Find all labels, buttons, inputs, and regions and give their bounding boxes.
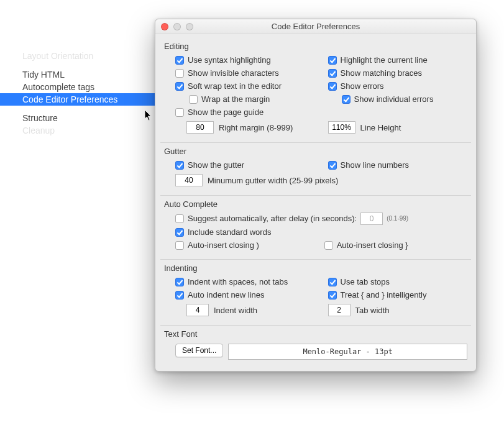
menu-item-autocomplete-tags[interactable]: Autocomplete tags <box>19 81 155 93</box>
gutter-width-input[interactable] <box>175 174 203 186</box>
menu-item-tidy-html[interactable]: Tidy HTML <box>19 68 155 81</box>
section-indenting: Indenting Indent with spaces, not tabs A… <box>164 263 467 324</box>
section-title-autocomplete: Auto Complete <box>164 199 467 209</box>
indent-width-label: Indent width <box>214 306 257 315</box>
line-height-input[interactable] <box>328 121 355 134</box>
right-margin-input[interactable] <box>186 121 214 134</box>
checkbox-show-gutter[interactable]: Show the gutter <box>175 158 328 172</box>
tab-width-label: Tab width <box>355 306 390 315</box>
set-font-button[interactable]: Set Font... <box>175 344 223 357</box>
checkbox-include-words[interactable]: Include standard words <box>175 226 467 239</box>
checkbox-suggest-auto[interactable]: Suggest automatically, after delay (in s… <box>175 211 467 226</box>
maximize-icon[interactable] <box>186 23 193 30</box>
section-gutter: Gutter Show the gutter Show line numbers… <box>164 147 467 194</box>
suggest-delay-input <box>360 213 383 225</box>
menu-item-code-editor-preferences[interactable]: Code Editor Preferences <box>0 93 165 106</box>
section-title-text-font: Text Font <box>164 329 467 339</box>
section-title-editing: Editing <box>164 42 467 51</box>
indent-width-input[interactable] <box>186 304 209 316</box>
section-title-gutter: Gutter <box>164 147 467 156</box>
gutter-width-label: Minumum gutter width (25-99 pixels) <box>208 176 338 185</box>
close-icon[interactable] <box>161 23 168 30</box>
checkbox-line-numbers[interactable]: Show line numbers <box>328 158 467 172</box>
checkbox-close-brace[interactable]: Auto-insert closing } <box>324 239 467 252</box>
right-margin-label: Right margin (8-999) <box>219 123 293 132</box>
checkbox-close-paren[interactable]: Auto-insert closing ) <box>175 239 324 252</box>
checkbox-page-guide[interactable]: Show the page guide <box>175 106 328 119</box>
checkbox-wrap-margin[interactable]: Wrap at the margin <box>175 93 328 106</box>
checkbox-tab-stops[interactable]: Use tab stops <box>328 275 467 288</box>
divider <box>160 325 471 326</box>
tab-width-input[interactable] <box>328 304 351 316</box>
section-editing: Editing Use syntax highlighting Show inv… <box>164 42 467 141</box>
checkbox-indent-spaces[interactable]: Indent with spaces, not tabs <box>175 275 328 288</box>
section-text-font: Text Font Set Font... Menlo-Regular - 13… <box>164 329 467 362</box>
checkbox-soft-wrap[interactable]: Soft wrap text in the editor <box>175 80 328 93</box>
checkbox-individual-errors[interactable]: Show individual errors <box>328 93 467 106</box>
section-autocomplete: Auto Complete Suggest automatically, aft… <box>164 199 467 258</box>
divider <box>160 259 471 260</box>
font-display: Menlo-Regular - 13pt <box>228 344 467 360</box>
preferences-window: Code Editor Preferences Editing Use synt… <box>155 19 477 372</box>
checkbox-show-errors[interactable]: Show errors <box>328 80 467 93</box>
checkbox-invisible-characters[interactable]: Show invisible characters <box>175 66 328 80</box>
line-height-label: Line Height <box>360 123 401 132</box>
checkbox-highlight-line[interactable]: Highlight the current line <box>328 53 467 66</box>
menu-item-structure[interactable]: Structure <box>19 112 155 124</box>
minimize-icon[interactable] <box>173 23 181 30</box>
context-menu: Layout Orientation Tidy HTML Autocomplet… <box>19 50 155 137</box>
menu-item-layout-orientation[interactable]: Layout Orientation <box>19 50 155 62</box>
suggest-delay-hint: (0.1-99) <box>387 213 408 224</box>
window-title: Code Editor Preferences <box>155 22 476 31</box>
checkbox-auto-indent[interactable]: Auto indent new lines <box>175 288 328 301</box>
menu-item-cleanup[interactable]: Cleanup <box>19 124 155 137</box>
checkbox-matching-braces[interactable]: Show matching braces <box>328 66 467 80</box>
checkbox-syntax-highlighting[interactable]: Use syntax highlighting <box>175 53 328 66</box>
section-title-indenting: Indenting <box>164 263 467 273</box>
checkbox-treat-braces[interactable]: Treat { and } intelligently <box>328 288 467 301</box>
divider <box>160 142 471 143</box>
divider <box>160 195 471 196</box>
titlebar: Code Editor Preferences <box>155 19 476 34</box>
